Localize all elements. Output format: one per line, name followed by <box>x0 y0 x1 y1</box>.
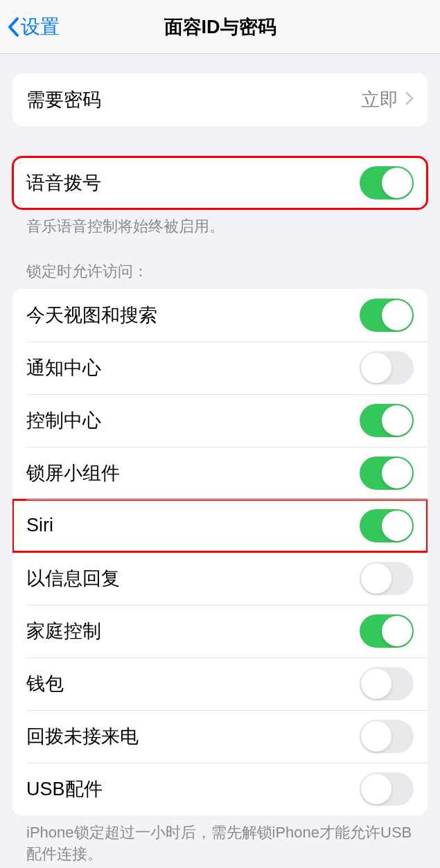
toggle-knob <box>382 168 412 198</box>
lock-access-toggle[interactable] <box>360 509 414 542</box>
toggle-knob <box>361 774 391 804</box>
lock-access-row: USB配件 <box>12 763 428 815</box>
toggle-knob <box>382 616 412 646</box>
back-label: 设置 <box>21 14 60 40</box>
lock-access-section: 锁定时允许访问： 今天视图和搜索通知中心控制中心锁屏小组件Siri以信息回复家庭… <box>12 261 428 865</box>
lock-access-toggle[interactable] <box>360 351 414 384</box>
lock-access-list: 今天视图和搜索通知中心控制中心锁屏小组件Siri以信息回复家庭控制钱包回拨未接来… <box>12 289 428 815</box>
toggle-knob <box>361 353 391 383</box>
lock-access-toggle[interactable] <box>360 772 414 806</box>
back-button[interactable]: 设置 <box>7 14 60 40</box>
toggle-knob <box>382 405 412 436</box>
lock-access-label: 以信息回复 <box>26 566 120 591</box>
lock-access-toggle[interactable] <box>360 614 414 648</box>
passcode-section: 需要密码 立即 <box>12 73 428 126</box>
lock-access-label: 通知中心 <box>26 355 101 380</box>
lock-access-label: 锁屏小组件 <box>26 461 120 486</box>
require-passcode-row[interactable]: 需要密码 立即 <box>12 73 428 126</box>
toggle-knob <box>382 300 412 330</box>
require-passcode-value-wrap: 立即 <box>361 87 414 112</box>
lock-access-row: 以信息回复 <box>12 552 428 605</box>
lock-access-toggle[interactable] <box>360 299 414 332</box>
lock-access-label: 家庭控制 <box>26 619 101 644</box>
content: 需要密码 立即 语音拨号 音乐语音控制将始终被启用 <box>0 73 440 865</box>
require-passcode-value: 立即 <box>361 87 398 112</box>
lock-access-row: 通知中心 <box>12 342 428 394</box>
page-title: 面容ID与密码 <box>0 15 440 39</box>
lock-access-row: 控制中心 <box>12 394 428 447</box>
lock-access-row: 回拨未接来电 <box>12 710 428 763</box>
lock-access-row: 今天视图和搜索 <box>12 289 428 342</box>
lock-access-header: 锁定时允许访问： <box>12 261 428 289</box>
lock-access-toggle[interactable] <box>360 457 414 490</box>
toggle-knob <box>361 668 391 699</box>
lock-access-label: USB配件 <box>26 777 103 801</box>
lock-access-label: 回拨未接来电 <box>26 724 139 749</box>
lock-access-toggle[interactable] <box>360 404 414 437</box>
header: 设置 面容ID与密码 <box>0 0 440 54</box>
voice-dial-row: 语音拨号 <box>12 157 428 209</box>
lock-access-label: 钱包 <box>26 671 64 696</box>
toggle-knob <box>361 563 391 594</box>
lock-access-toggle[interactable] <box>360 720 414 753</box>
voice-dial-section: 语音拨号 音乐语音控制将始终被启用。 <box>12 157 428 238</box>
lock-access-row: 家庭控制 <box>12 605 428 657</box>
chevron-right-icon <box>405 90 414 109</box>
voice-dial-label: 语音拨号 <box>26 170 101 195</box>
lock-access-footer: iPhone锁定超过一小时后，需先解锁iPhone才能允许USB配件连接。 <box>12 815 428 865</box>
toggle-knob <box>361 721 391 752</box>
voice-dial-toggle[interactable] <box>360 166 414 200</box>
lock-access-row: 钱包 <box>12 657 428 710</box>
lock-access-row: Siri <box>12 499 428 552</box>
lock-access-label: Siri <box>26 515 53 536</box>
lock-access-label: 今天视图和搜索 <box>26 303 157 328</box>
lock-access-label: 控制中心 <box>26 408 101 433</box>
chevron-left-icon <box>7 17 19 37</box>
toggle-knob <box>382 511 412 541</box>
lock-access-toggle[interactable] <box>360 667 414 700</box>
lock-access-row: 锁屏小组件 <box>12 447 428 499</box>
toggle-knob <box>382 458 412 488</box>
require-passcode-label: 需要密码 <box>26 87 101 112</box>
voice-dial-footer: 音乐语音控制将始终被启用。 <box>12 209 428 238</box>
lock-access-toggle[interactable] <box>360 562 414 595</box>
